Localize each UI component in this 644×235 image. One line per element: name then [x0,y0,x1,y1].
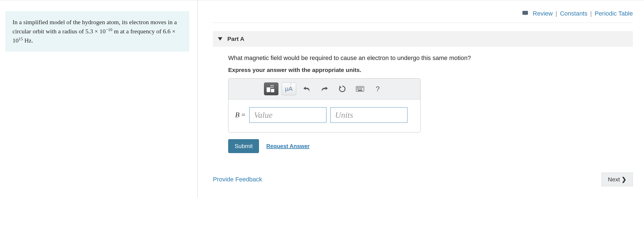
value-input[interactable]: Value [249,107,326,123]
provide-feedback-link[interactable]: Provide Feedback [213,176,262,183]
instruction-text: Express your answer with the appropriate… [228,67,633,73]
problem-text-mid: at a frequency of [120,28,163,35]
answer-toolbar: μA° [228,79,420,99]
part-content: What magnetic field would be required to… [213,47,633,153]
action-row: Submit Request Answer [228,139,633,153]
chevron-right-icon: ❯ [622,176,627,183]
radius-unit: m [114,28,119,35]
page-root: In a simplified model of the hydrogen at… [0,0,644,198]
svg-rect-4 [357,87,358,88]
bottom-row: Provide Feedback Next ❯ [213,153,633,186]
special-chars-button[interactable]: μA° [282,82,296,95]
question-text: What magnetic field would be required to… [228,54,633,62]
freq-unit: Hz. [24,37,33,44]
reset-button[interactable] [335,82,349,95]
radius-value: 5.3 × 10−10 [85,28,114,35]
svg-rect-5 [358,87,359,88]
svg-rect-10 [358,89,359,89]
main-body: Part A What magnetic field would be requ… [213,22,633,186]
svg-rect-0 [267,88,270,92]
collapse-icon [218,37,222,41]
undo-button[interactable] [300,82,314,95]
part-title: Part A [227,36,244,42]
left-column: In a simplified model of the hydrogen at… [0,0,197,198]
svg-rect-2 [271,89,274,92]
svg-rect-13 [358,90,362,91]
book-icon [522,10,528,18]
right-column: Review | Constants | Periodic Table Part… [197,0,644,198]
part-header[interactable]: Part A [213,31,633,47]
keyboard-button[interactable] [353,82,367,95]
svg-rect-9 [357,89,358,89]
svg-rect-8 [363,87,363,88]
template-button[interactable] [264,82,278,95]
separator: | [590,10,592,17]
svg-rect-1 [271,85,273,88]
problem-statement: In a simplified model of the hydrogen at… [6,11,189,51]
request-answer-link[interactable]: Request Answer [266,143,310,149]
separator: | [555,10,557,17]
answer-box: μA° [228,78,421,132]
units-input[interactable]: Units [330,107,407,123]
svg-rect-6 [360,87,361,88]
variable-label: B = [235,111,245,119]
svg-rect-11 [360,89,361,89]
redo-button[interactable] [317,82,332,95]
help-button[interactable]: ? [371,82,385,95]
constants-link[interactable]: Constants [560,10,587,17]
review-link[interactable]: Review [533,10,553,17]
input-row: B = Value Units [228,99,420,132]
svg-rect-7 [361,87,362,88]
next-button[interactable]: Next ❯ [602,172,633,186]
submit-button[interactable]: Submit [228,139,259,153]
svg-rect-12 [361,89,362,89]
top-links: Review | Constants | Periodic Table [213,0,633,22]
periodic-table-link[interactable]: Periodic Table [595,10,633,17]
